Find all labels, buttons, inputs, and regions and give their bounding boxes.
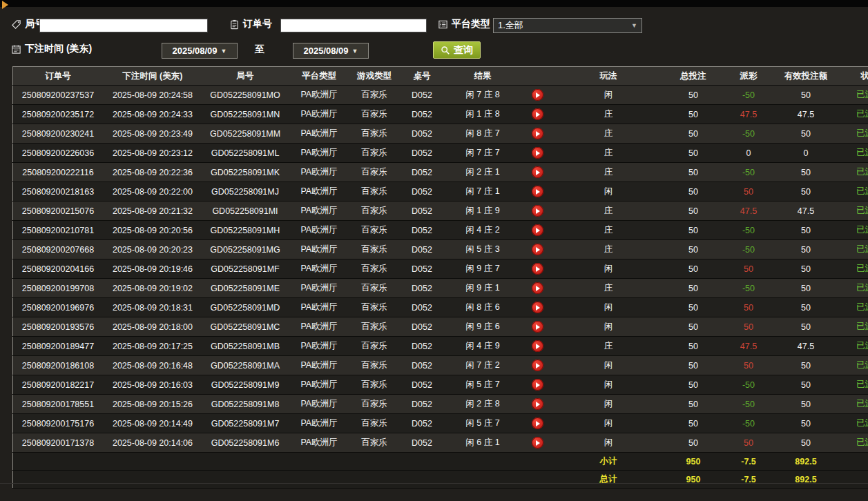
column-header-11: 有效投注额 (773, 67, 839, 86)
cell-order-id: 250809200193576 (13, 317, 104, 337)
table-row: 2508092002150762025-08-09 20:21:32GD0522… (13, 202, 868, 221)
date-range-to-label: 至 (255, 43, 264, 56)
cell-round-id: GD052258091MM (202, 124, 288, 144)
query-button[interactable]: 查询 (433, 41, 481, 59)
play-video-button[interactable] (532, 321, 543, 333)
cell-valid-bet: 50 (773, 259, 839, 279)
cell-bet-time: 2025-08-09 20:16:48 (103, 356, 202, 375)
play-video-button[interactable] (532, 340, 543, 352)
play-icon (536, 247, 540, 253)
cell-payout: -50 (724, 279, 773, 298)
cell-payout: -50 (724, 163, 773, 182)
cell-play-type: 闲 (554, 433, 662, 453)
cell-order-id: 250809200222116 (13, 163, 104, 182)
cell-result: 闲 1 庄 8 (445, 105, 520, 124)
cell-play-type: 庄 (554, 337, 662, 356)
cell-bet-time: 2025-08-09 20:23:12 (103, 144, 202, 163)
play-video-button[interactable] (532, 224, 543, 236)
cell-valid-bet: 50 (773, 240, 839, 259)
cell-play-type: 庄 (554, 221, 662, 240)
play-video-button[interactable] (532, 398, 543, 410)
calendar-icon (11, 44, 21, 55)
table-row: 2508092001997082025-08-09 20:19:02GD0522… (13, 279, 868, 298)
play-video-button[interactable] (532, 282, 543, 294)
column-header-7 (520, 67, 554, 86)
cell-play-video (520, 317, 554, 337)
cell-order-id: 250809200207668 (13, 240, 104, 259)
cell-table-no: D052 (398, 259, 445, 279)
play-video-button[interactable] (532, 128, 543, 139)
cell-platform: PA欧洲厅 (288, 317, 350, 337)
subtotal-label: 小计 (554, 453, 662, 471)
play-video-button[interactable] (532, 437, 543, 449)
round-no-input[interactable] (39, 19, 208, 32)
collapse-arrow-icon[interactable] (2, 1, 8, 9)
cell-result: 闲 5 庄 3 (445, 240, 520, 259)
grand-total-payout: -7.5 (724, 471, 773, 489)
play-video-button[interactable] (532, 205, 543, 217)
table-row: 2508092002351722025-08-09 20:24:33GD0522… (13, 105, 868, 124)
cell-game-type: 百家乐 (350, 202, 398, 221)
cell-round-id: GD052258091MK (202, 163, 288, 182)
play-video-button[interactable] (532, 418, 543, 429)
cell-play-video (520, 356, 554, 375)
cell-platform: PA欧洲厅 (288, 202, 350, 221)
date-to-value: 2025/08/09 (304, 46, 349, 56)
cell-payout: 50 (724, 317, 773, 337)
cell-result: 闲 6 庄 1 (445, 433, 520, 453)
play-icon (536, 266, 540, 272)
play-video-button[interactable] (532, 263, 543, 275)
cell-table-no: D052 (398, 144, 445, 163)
platform-type-select[interactable]: 1.全部 ▼ (493, 18, 642, 33)
cell-valid-bet: 47.5 (773, 337, 839, 356)
cell-total-bet: 50 (662, 124, 724, 144)
play-video-button[interactable] (532, 108, 543, 120)
cell-table-no: D052 (398, 395, 445, 414)
play-icon (536, 92, 540, 98)
play-video-button[interactable] (532, 379, 543, 391)
cell-platform: PA欧洲厅 (288, 105, 350, 124)
column-header-0: 订单号 (13, 67, 104, 86)
cell-play-video (520, 279, 554, 298)
cell-platform: PA欧洲厅 (288, 279, 350, 298)
play-video-button[interactable] (532, 244, 543, 255)
play-icon (536, 440, 540, 446)
table-row: 2508092001861082025-08-09 20:16:48GD0522… (13, 356, 868, 375)
cell-order-id: 250809200182217 (13, 375, 104, 395)
date-from-picker[interactable]: 2025/08/09 ▼ (162, 43, 238, 59)
cell-game-type: 百家乐 (350, 259, 398, 279)
cell-round-id: GD052258091MB (202, 337, 288, 356)
cell-result: 闲 7 庄 8 (445, 86, 520, 105)
cell-bet-time: 2025-08-09 20:15:26 (103, 395, 202, 414)
cell-status: 已派彩 (839, 221, 868, 240)
cell-total-bet: 50 (662, 144, 724, 163)
grand-total-total-bet: 950 (662, 471, 724, 489)
cell-order-id: 250809200175176 (13, 414, 104, 433)
play-video-button[interactable] (532, 360, 543, 371)
play-icon (536, 189, 540, 195)
cell-round-id: GD052258091M9 (202, 375, 288, 395)
date-to-picker[interactable]: 2025/08/09 ▼ (293, 43, 369, 59)
cell-total-bet: 50 (662, 221, 724, 240)
cell-play-type: 闲 (554, 298, 662, 317)
play-icon (536, 305, 540, 311)
cell-play-video (520, 414, 554, 433)
cell-table-no: D052 (398, 105, 445, 124)
table-row: 2508092002302412025-08-09 20:23:49GD0522… (13, 124, 868, 144)
play-video-button[interactable] (532, 186, 543, 197)
cell-play-video (520, 298, 554, 317)
play-video-button[interactable] (532, 147, 543, 159)
play-video-button[interactable] (532, 166, 543, 178)
cell-valid-bet: 50 (773, 163, 839, 182)
cell-payout: 47.5 (724, 202, 773, 221)
grand-total-empty (839, 471, 868, 489)
order-no-input[interactable] (280, 19, 427, 32)
play-video-button[interactable] (532, 302, 543, 313)
cell-valid-bet: 50 (773, 86, 839, 105)
play-video-button[interactable] (532, 89, 543, 101)
cell-round-id: GD052258091MN (202, 105, 288, 124)
table-row: 2508092002221162025-08-09 20:22:36GD0522… (13, 163, 868, 182)
cell-play-video (520, 163, 554, 182)
column-header-1: 下注时间 (美东) (103, 67, 202, 86)
cell-table-no: D052 (398, 221, 445, 240)
